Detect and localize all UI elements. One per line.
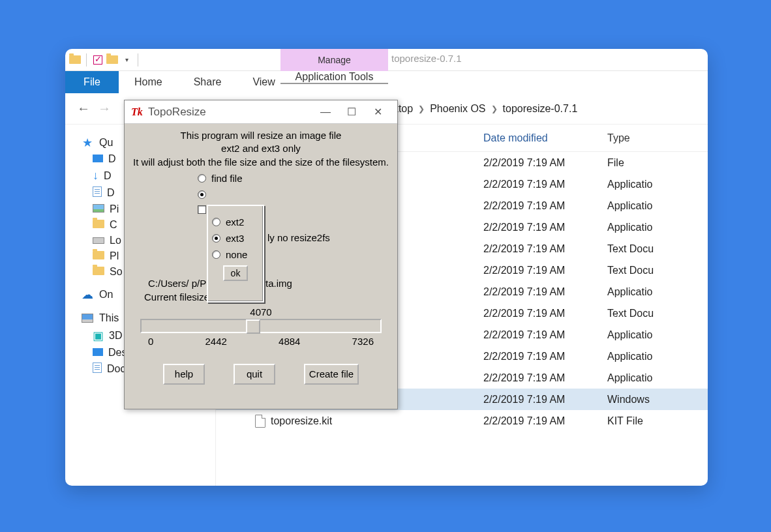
desktop-icon bbox=[93, 347, 103, 359]
quick-access-label: Qu bbox=[99, 137, 113, 149]
back-button[interactable]: ← bbox=[73, 98, 94, 119]
minimize-button[interactable]: — bbox=[312, 103, 339, 121]
none-radio[interactable]: none bbox=[212, 249, 259, 260]
cell-type: Applicatio bbox=[607, 222, 708, 233]
ext2-label: ext2 bbox=[226, 216, 244, 228]
cube-icon: ▣ bbox=[93, 329, 104, 343]
filesystem-type-popup: ext2 ext3 none ok bbox=[207, 205, 264, 303]
cloud-icon: ☁ bbox=[81, 288, 94, 301]
slider-ticks: 0 2442 4884 7326 bbox=[148, 336, 374, 347]
radio-icon bbox=[212, 250, 220, 259]
cell-date: 2/2/2019 7:19 AM bbox=[483, 286, 607, 298]
star-icon: ★ bbox=[81, 136, 94, 149]
slider-thumb[interactable] bbox=[246, 319, 260, 334]
ext3-radio[interactable]: ext3 bbox=[212, 233, 259, 244]
radio-icon bbox=[198, 174, 206, 183]
tick-label: 7326 bbox=[352, 336, 374, 347]
current-filesize-label: Current filesize: 0 bbox=[144, 291, 397, 303]
tick-label: 0 bbox=[148, 336, 153, 347]
popup-ok-button[interactable]: ok bbox=[223, 265, 248, 281]
tick-label: 4884 bbox=[279, 336, 300, 347]
intro-line3: It will adjust both the file size and th… bbox=[127, 156, 395, 169]
cell-type: KIT File bbox=[607, 415, 708, 427]
help-button[interactable]: help bbox=[163, 364, 205, 385]
drive-icon bbox=[93, 235, 104, 246]
create-file-button[interactable]: Create file bbox=[304, 364, 359, 385]
second-radio[interactable] bbox=[198, 190, 397, 199]
ext2-radio[interactable]: ext2 bbox=[212, 216, 259, 228]
sidebar-item-label: Pl bbox=[110, 250, 119, 262]
size-slider[interactable] bbox=[140, 319, 382, 333]
folder-icon bbox=[93, 219, 104, 231]
ribbon-tabs: File Home Share View Application Tools bbox=[65, 71, 708, 93]
tick-label: 2442 bbox=[205, 336, 227, 347]
crumb-toporesize[interactable]: toporesize-0.7.1 bbox=[500, 102, 581, 116]
qat-dropdown-icon[interactable]: ▾ bbox=[121, 54, 132, 66]
maximize-button[interactable]: ☐ bbox=[339, 103, 365, 121]
ribbon-file-tab[interactable]: File bbox=[65, 71, 119, 93]
cell-type: Text Docu bbox=[607, 265, 708, 276]
find-file-radio[interactable]: find file bbox=[198, 173, 397, 184]
cell-type: Applicatio bbox=[607, 372, 708, 384]
cell-type: Windows bbox=[607, 394, 708, 406]
folder-icon bbox=[93, 250, 104, 262]
close-button[interactable]: ✕ bbox=[365, 103, 391, 121]
table-row[interactable]: toporesize.kit2/2/2019 7:19 AMKIT File bbox=[216, 410, 708, 432]
toporesize-dialog: Tk TopoResize — ☐ ✕ This program will re… bbox=[124, 100, 398, 409]
cell-type: Applicatio bbox=[607, 179, 708, 190]
sidebar-item-label: C bbox=[110, 219, 117, 231]
radio-icon bbox=[212, 234, 220, 243]
sidebar-item-label: Pi bbox=[110, 203, 119, 215]
checkbox-icon bbox=[198, 205, 206, 214]
file-path-label: C:/Users/ p/Phoenix OS/data.img bbox=[148, 278, 397, 289]
new-folder-icon[interactable] bbox=[106, 54, 118, 66]
cell-date: 2/2/2019 7:19 AM bbox=[483, 415, 607, 427]
intro-line1: This program will resize an image file bbox=[127, 129, 395, 142]
cell-date: 2/2/2019 7:19 AM bbox=[483, 394, 607, 406]
titlebar: ▾ Manage toporesize-0.7.1 bbox=[65, 49, 708, 71]
chevron-right-icon: ❯ bbox=[418, 104, 425, 113]
cell-date: 2/2/2019 7:19 AM bbox=[483, 265, 607, 276]
column-type[interactable]: Type bbox=[607, 132, 708, 144]
properties-icon[interactable] bbox=[92, 54, 104, 66]
radio-icon bbox=[212, 218, 220, 226]
forward-button[interactable]: → bbox=[94, 98, 115, 119]
find-file-label: find file bbox=[211, 173, 243, 184]
ribbon-home-tab[interactable]: Home bbox=[119, 71, 178, 93]
pc-icon bbox=[81, 312, 94, 325]
ribbon-share-tab[interactable]: Share bbox=[178, 71, 237, 93]
sidebar-item-label: Lo bbox=[110, 235, 121, 246]
cell-date: 2/2/2019 7:19 AM bbox=[483, 351, 607, 362]
radio-icon bbox=[198, 190, 206, 199]
folder-icon bbox=[69, 54, 81, 66]
cell-date: 2/2/2019 7:19 AM bbox=[483, 157, 607, 169]
sidebar-item-label: So bbox=[110, 266, 123, 278]
cell-date: 2/2/2019 7:19 AM bbox=[483, 179, 607, 190]
none-label: none bbox=[226, 249, 247, 260]
dialog-titlebar[interactable]: Tk TopoResize — ☐ ✕ bbox=[125, 100, 397, 124]
dialog-title: TopoResize bbox=[148, 106, 312, 119]
manage-contextual-tab[interactable]: Manage bbox=[280, 49, 388, 71]
crumb-phoenixos[interactable]: Phoenix OS bbox=[427, 102, 488, 116]
cell-type: File bbox=[607, 157, 708, 169]
ribbon-apptools-tab[interactable]: Application Tools bbox=[280, 71, 388, 84]
cell-date: 2/2/2019 7:19 AM bbox=[483, 372, 607, 384]
file-icon bbox=[255, 415, 265, 428]
window-title: toporesize-0.7.1 bbox=[391, 53, 462, 64]
ext3-label: ext3 bbox=[226, 233, 244, 244]
desktop-icon bbox=[93, 153, 103, 165]
cell-type: Text Docu bbox=[607, 243, 708, 255]
sidebar-item-label: D bbox=[107, 187, 115, 199]
cell-type: Applicatio bbox=[607, 200, 708, 212]
cell-type: Applicatio bbox=[607, 351, 708, 362]
separator bbox=[138, 53, 138, 66]
file-name: toporesize.kit bbox=[271, 415, 332, 427]
quit-button[interactable]: quit bbox=[234, 364, 275, 385]
separator bbox=[86, 53, 87, 66]
cell-date: 2/2/2019 7:19 AM bbox=[483, 200, 607, 212]
column-date-modified[interactable]: Date modified bbox=[483, 132, 607, 144]
chevron-right-icon: ❯ bbox=[491, 104, 498, 113]
thispc-label: This bbox=[99, 312, 119, 324]
cell-type: Applicatio bbox=[607, 329, 708, 341]
noresize-label: ly no resize2fs bbox=[267, 232, 330, 243]
